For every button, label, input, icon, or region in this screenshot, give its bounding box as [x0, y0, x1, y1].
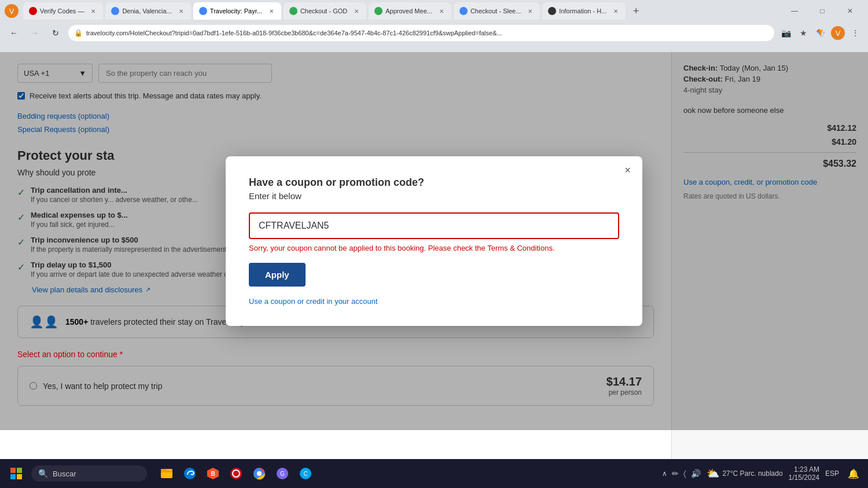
taskbar-right: ∧ ✏ 〈 🔊 ⛅ 27°C Parc. nublado 1:23 AM 1/1…	[662, 465, 862, 482]
minimize-btn[interactable]: —	[781, 2, 808, 20]
forward-btn[interactable]: →	[27, 25, 43, 41]
profile-btn[interactable]: V	[5, 4, 19, 18]
title-bar: V Verify Codes — ✕ Denia, Valencia... ✕ …	[0, 0, 868, 22]
tab-active[interactable]: Travelocity: Payr... ✕	[193, 2, 281, 20]
address-bar-row: ← → ↻ 🔒 travelocity.com/HotelCheckout?tr…	[0, 22, 868, 44]
tab[interactable]: Denia, Valencia... ✕	[105, 2, 190, 20]
tab[interactable]: Checkout - Slee... ✕	[454, 2, 540, 20]
address-bar[interactable]: 🔒 travelocity.com/HotelCheckout?tripid=0…	[68, 25, 774, 41]
taskbar-app-brave[interactable]: B	[203, 463, 223, 484]
clock-info[interactable]: 1:23 AM 1/15/2024	[789, 465, 819, 482]
svg-rect-0	[10, 468, 16, 473]
taskbar-app-edge[interactable]	[179, 463, 200, 484]
weather-info: ⛅ 27°C Parc. nublado	[707, 467, 782, 480]
tab-favicon	[29, 7, 37, 15]
tab-close-btn[interactable]: ✕	[89, 7, 97, 15]
system-tray: ∧ ✏ 〈 🔊	[662, 469, 701, 479]
tab-favicon	[111, 7, 119, 15]
taskbar-app-opera[interactable]	[226, 463, 247, 484]
menu-btn[interactable]: ⋮	[848, 26, 862, 40]
tab-close-btn[interactable]: ✕	[612, 7, 620, 15]
modal-subtitle: Enter it below	[249, 191, 619, 201]
svg-rect-2	[10, 474, 16, 479]
lock-icon: 🔒	[74, 29, 83, 37]
tab[interactable]: Approved Mee... ✕	[369, 2, 451, 20]
tab-favicon	[374, 7, 382, 15]
taskbar-app-chrome[interactable]	[249, 463, 270, 484]
start-button[interactable]	[6, 463, 27, 484]
reload-btn[interactable]: ↻	[47, 25, 64, 41]
tab[interactable]: Verify Codes — ✕	[23, 2, 103, 20]
svg-text:C: C	[303, 471, 307, 477]
tab-favicon	[459, 7, 468, 15]
tab-label: Approved Mee...	[385, 8, 432, 14]
browser-chrome: V Verify Codes — ✕ Denia, Valencia... ✕ …	[0, 0, 868, 52]
bookmark-btn[interactable]: ★	[796, 26, 810, 40]
back-btn[interactable]: ←	[6, 25, 22, 41]
new-tab-btn[interactable]: +	[628, 3, 644, 19]
tab-label: Denia, Valencia...	[122, 8, 171, 14]
tab[interactable]: Information - H... ✕	[542, 2, 626, 20]
tab-close-btn[interactable]: ✕	[437, 7, 446, 15]
svg-point-13	[257, 471, 262, 476]
tab-favicon	[199, 7, 207, 15]
window-controls: — □ ✕	[781, 2, 863, 20]
tab-close-btn[interactable]: ✕	[267, 7, 275, 15]
extensions-btn[interactable]: 🪁	[814, 26, 827, 40]
profile-icon-btn[interactable]: V	[831, 26, 845, 40]
taskbar-app-explorer[interactable]	[156, 463, 177, 484]
page-content: USA +1 ▼ Receive text alerts about this …	[0, 52, 868, 459]
up-arrow-icon[interactable]: ∧	[662, 469, 667, 478]
coupon-input[interactable]	[249, 212, 619, 239]
screenshot-btn[interactable]: 📷	[779, 26, 793, 40]
language-indicator[interactable]: ESP	[825, 469, 839, 478]
svg-rect-1	[17, 468, 22, 473]
account-coupon-link[interactable]: Use a coupon or credit in your account	[249, 297, 619, 306]
clock-date: 1/15/2024	[789, 474, 819, 482]
close-btn[interactable]: ✕	[837, 2, 863, 20]
address-icons: 📷 ★ 🪁 V ⋮	[779, 26, 862, 40]
svg-text:G: G	[280, 471, 285, 477]
svg-text:B: B	[211, 471, 215, 477]
taskbar-app-other2[interactable]: C	[295, 463, 316, 484]
tab-label: Information - H...	[559, 8, 606, 14]
modal-title: Have a coupon or promotion code?	[249, 177, 619, 189]
tab-favicon	[289, 7, 297, 15]
volume-icon[interactable]: 🔊	[691, 469, 701, 478]
network-icon[interactable]: 〈	[683, 469, 686, 479]
weather-icon: ⛅	[707, 467, 719, 480]
svg-rect-3	[17, 474, 22, 479]
tab-favicon	[548, 7, 556, 15]
pen-icon: ✏	[672, 469, 679, 478]
tab-label: Travelocity: Payr...	[210, 8, 262, 14]
taskbar-app-other1[interactable]: G	[272, 463, 293, 484]
weather-text: 27°C Parc. nublado	[722, 469, 782, 478]
modal-overlay: × Have a coupon or promotion code? Enter…	[0, 52, 868, 430]
tab-label: Checkout - GOD	[300, 8, 347, 14]
coupon-error-text: Sorry, your coupon cannot be applied to …	[249, 244, 619, 252]
tab-label: Checkout - Slee...	[470, 8, 521, 14]
taskbar-apps: B G C	[156, 463, 316, 484]
coupon-modal: × Have a coupon or promotion code? Enter…	[226, 156, 642, 326]
apply-button[interactable]: Apply	[249, 263, 306, 287]
maximize-btn[interactable]: □	[809, 2, 836, 20]
taskbar: 🔍 Buscar B	[0, 459, 868, 488]
search-icon: 🔍	[38, 469, 48, 478]
tab-close-btn[interactable]: ✕	[352, 7, 361, 15]
tab-close-btn[interactable]: ✕	[526, 7, 534, 15]
svg-rect-6	[161, 469, 167, 471]
clock-time: 1:23 AM	[789, 465, 819, 474]
taskbar-search-text: Buscar	[53, 469, 76, 478]
taskbar-search-box[interactable]: 🔍 Buscar	[31, 465, 147, 482]
tab-close-btn[interactable]: ✕	[177, 7, 185, 15]
url-text: travelocity.com/HotelCheckout?tripid=0ad…	[86, 30, 502, 36]
notification-btn[interactable]: 🔔	[845, 468, 862, 479]
tab[interactable]: Checkout - GOD ✕	[284, 2, 366, 20]
svg-rect-5	[161, 471, 172, 472]
modal-close-btn[interactable]: ×	[624, 165, 631, 175]
tab-label: Verify Codes —	[40, 8, 84, 14]
